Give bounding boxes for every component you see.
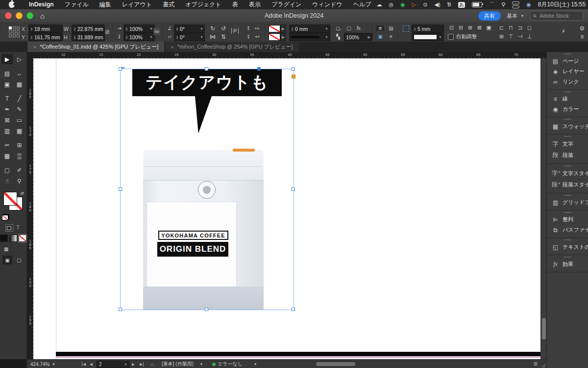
panel-group-handle[interactable] <box>564 119 571 120</box>
handle-middle-right[interactable] <box>292 187 295 191</box>
eyedropper-tool[interactable]: ✐ <box>14 165 25 175</box>
battery-icon[interactable] <box>472 2 482 7</box>
handle-top-left[interactable] <box>119 67 122 71</box>
preflight-icon[interactable]: ∩. <box>150 360 155 368</box>
menubar-clock[interactable]: 8月10日(土) 15:55 <box>538 0 586 9</box>
panel-color[interactable]: ◉カラー <box>547 104 588 114</box>
default-fill-stroke-icon[interactable] <box>2 215 8 220</box>
flip-vertical-icon[interactable]: ⇅ <box>220 33 227 40</box>
align-middle-icon[interactable]: ⊣ <box>516 33 524 40</box>
home-icon[interactable]: ⌂ <box>40 12 45 20</box>
align-right-icon[interactable]: ⊐ <box>516 25 524 31</box>
ime-input-icon[interactable]: あ <box>458 2 465 8</box>
vertical-scrollbar-thumb[interactable] <box>542 318 546 340</box>
last-page-button[interactable]: ▶ <box>140 360 144 368</box>
pen-tool[interactable]: ✒ <box>1 104 13 114</box>
page-bottom-black-band[interactable] <box>56 352 540 356</box>
move-down-icon[interactable]: ↧ <box>245 34 252 39</box>
sync-status-icon[interactable]: ◉ <box>400 0 405 9</box>
fullscreen-window-button[interactable] <box>26 12 33 19</box>
swap-fill-stroke-icon[interactable]: ⇄ <box>20 191 24 196</box>
stroke-weight-field[interactable]: ▲▼0 mm▼ <box>289 25 330 33</box>
fill-color-swatch[interactable] <box>269 33 280 41</box>
shear-angle-field[interactable]: ▲▼0°▼ <box>174 33 205 41</box>
control-center-icon[interactable] <box>512 1 519 8</box>
settings-gear-icon[interactable]: ⚙ <box>578 25 586 32</box>
panel-group-handle[interactable] <box>564 53 571 54</box>
note-tool[interactable]: ▢ <box>1 165 13 175</box>
pencil-tool[interactable]: ✎ <box>14 104 25 114</box>
opacity-field[interactable]: 100%▶ <box>344 33 372 41</box>
height-field[interactable]: ▲▼31.989 mm <box>72 33 105 41</box>
scale-y-field[interactable]: ▲▼100%▼ <box>123 33 155 41</box>
align-options-icon[interactable]: ◻ <box>526 25 533 31</box>
fill-proxy-swatch[interactable] <box>3 192 17 206</box>
anchored-object-icon[interactable]: ▣ <box>376 34 384 39</box>
panel-group-handle[interactable] <box>564 195 571 196</box>
handle-bottom-left[interactable] <box>119 308 122 311</box>
content-placer-tool[interactable]: ▦ <box>14 79 25 89</box>
menu-5[interactable]: オブジェクト <box>180 0 227 9</box>
vertical-grid-tool[interactable]: ▦ <box>14 126 25 136</box>
menu-7[interactable]: 表示 <box>244 0 266 9</box>
apply-none-button[interactable] <box>19 235 26 242</box>
scissors-tool[interactable]: ✂ <box>1 140 13 150</box>
spotlight-icon[interactable]: ⚲ <box>501 0 505 9</box>
first-page-button[interactable]: ◀ <box>82 360 86 368</box>
reference-point-proxy[interactable] <box>9 26 20 37</box>
autofit-checkbox[interactable] <box>448 34 454 40</box>
preflight-status[interactable]: エラーなし ▼ <box>212 360 257 368</box>
line-tool[interactable]: ╱ <box>14 93 25 104</box>
panel-paragraph-styles[interactable]: 段⁺段落スタイ... <box>547 179 588 190</box>
panel-links[interactable]: ∞リンク <box>547 77 588 87</box>
stroke-style-field[interactable]: ▼ <box>289 33 330 41</box>
horizontal-grid-tool[interactable]: ▥ <box>1 126 13 136</box>
align-bottom-icon[interactable]: ⊥ <box>526 33 533 40</box>
player-icon[interactable]: ▷ <box>412 0 416 9</box>
move-left-icon[interactable]: ↤ <box>254 34 261 39</box>
y-position-field[interactable]: ▲▼161.75 mm <box>28 33 63 41</box>
screen-mirroring-icon[interactable]: ⊙ <box>423 0 427 9</box>
frame-fitting-options-icon[interactable]: ⊞ <box>498 33 505 40</box>
panel-text-wrap[interactable]: ◱テキストの... <box>547 242 588 252</box>
handle-top-center[interactable] <box>205 67 208 71</box>
panel-align[interactable]: ⊫整列 <box>547 214 588 225</box>
minimize-window-button[interactable] <box>16 12 23 19</box>
selection-tool[interactable]: ▶ <box>1 54 13 64</box>
apply-gradient-button[interactable] <box>9 235 17 242</box>
document-tab-2[interactable]: ×*mihon_CoffeeShop @ 254% [GPU プレビュー] <box>165 42 299 52</box>
volume-icon[interactable]: ◀) <box>434 0 440 9</box>
fit-content-proportionally-icon[interactable]: ▣ <box>485 25 492 31</box>
gap-color-field[interactable]: ▼ <box>412 33 444 41</box>
handle-top-right[interactable] <box>292 67 295 71</box>
page-number-dropdown[interactable]: 2▼ <box>97 360 130 368</box>
fit-content-to-frame-icon[interactable]: ⊡ <box>448 25 455 31</box>
panel-layers[interactable]: ◈レイヤー <box>547 66 588 77</box>
panel-stroke[interactable]: ≡線 <box>547 94 588 104</box>
close-tab-icon[interactable]: × <box>171 44 173 50</box>
fit-frame-to-content-icon[interactable]: ⊟ <box>457 25 465 31</box>
constrain-dimensions-icon[interactable]: ⊘ <box>104 28 111 35</box>
preview-mode-button[interactable]: ▢ <box>14 256 24 264</box>
split-window-icon[interactable]: ▥ <box>533 361 538 366</box>
panel-swatches[interactable]: ▦スウォッチ <box>547 121 588 131</box>
rectangle-tool[interactable]: ▭ <box>14 115 25 125</box>
apply-color-button[interactable] <box>0 235 8 242</box>
document-tab-1[interactable]: ×*CoffeeShop_01.indd @ 425% [GPU プレビュー] <box>27 42 165 52</box>
handle-content-grabber[interactable] <box>257 67 261 71</box>
menu-1[interactable]: ファイル <box>59 0 94 9</box>
x-position-field[interactable]: ▲▼18 mm <box>28 25 63 33</box>
globe-icon[interactable]: ◉ <box>526 0 531 9</box>
center-content-icon[interactable]: ⊞ <box>466 25 474 31</box>
selection-frame[interactable] <box>120 69 294 310</box>
panel-character-styles[interactable]: 字⁺文字スタイ... <box>547 168 588 179</box>
apple-menu-icon[interactable] <box>9 1 15 8</box>
menu-10[interactable]: ヘルプ <box>348 0 377 9</box>
no-text-wrap-icon[interactable]: ≣ <box>376 26 384 31</box>
corner-options-icon[interactable]: ◻. <box>334 26 343 31</box>
wifi-icon[interactable]: ⌒ <box>489 0 494 9</box>
text-wrap-bounding-icon[interactable]: ▤ <box>387 26 395 31</box>
document-canvas[interactable]: YOKOHAMA COFFEE ORIGIN BLEND テイクアウトも ∞ <box>33 58 540 359</box>
gap-width-field[interactable]: ▲▼5 mm <box>412 25 444 33</box>
panel-pathfinder[interactable]: ⧉パスファイ... <box>547 225 588 235</box>
